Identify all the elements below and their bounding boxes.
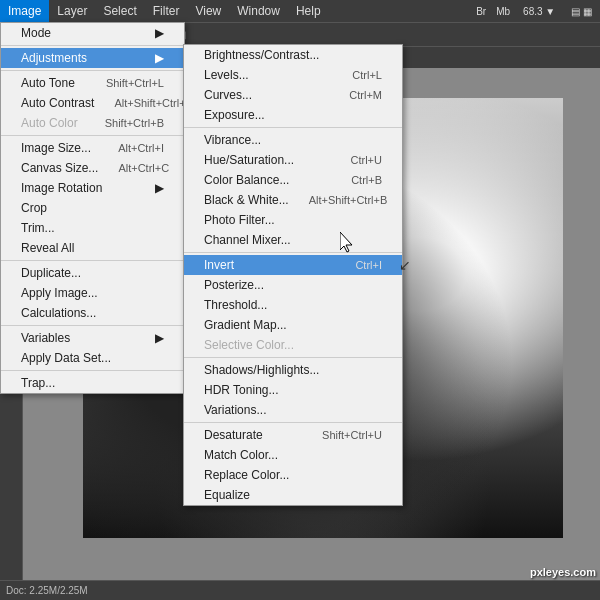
submenu-replace-color[interactable]: Replace Color... — [184, 465, 402, 485]
adj-sep2 — [184, 252, 402, 253]
menu-apply-data-set[interactable]: Apply Data Set... — [1, 348, 184, 368]
menu-item-select[interactable]: Select — [95, 0, 144, 22]
mode-arrow: ▶ — [155, 26, 164, 40]
sep4 — [1, 260, 184, 261]
menu-item-window[interactable]: Window — [229, 0, 288, 22]
menu-item-filter[interactable]: Filter — [145, 0, 188, 22]
submenu-vibrance[interactable]: Vibrance... — [184, 130, 402, 150]
submenu-channel-mixer[interactable]: Channel Mixer... — [184, 230, 402, 250]
submenu-gradient-map[interactable]: Gradient Map... — [184, 315, 402, 335]
menu-duplicate[interactable]: Duplicate... — [1, 263, 184, 283]
menu-auto-contrast[interactable]: Auto Contrast Alt+Shift+Ctrl+L — [1, 93, 184, 113]
image-dropdown-menu: Mode ▶ Adjustments ▶ Auto Tone Shift+Ctr… — [0, 22, 185, 394]
cursor-indicator: ↙ — [399, 257, 411, 273]
sep5 — [1, 325, 184, 326]
submenu-black-white[interactable]: Black & White... Alt+Shift+Ctrl+B — [184, 190, 402, 210]
sep2 — [1, 70, 184, 71]
menu-canvas-size[interactable]: Canvas Size... Alt+Ctrl+C — [1, 158, 184, 178]
sep6 — [1, 370, 184, 371]
menu-mode[interactable]: Mode ▶ — [1, 23, 184, 43]
submenu-threshold[interactable]: Threshold... — [184, 295, 402, 315]
zoom-value: 68.3 ▼ — [515, 0, 563, 22]
mini-bridge-btn[interactable]: Mb — [491, 0, 515, 22]
status-bar: Doc: 2.25M/2.25M — [0, 580, 600, 600]
adjustments-submenu: Brightness/Contrast... Levels... Ctrl+L … — [183, 44, 403, 506]
rotation-arrow: ▶ — [155, 181, 164, 195]
menu-reveal-all[interactable]: Reveal All — [1, 238, 184, 258]
sep3 — [1, 135, 184, 136]
submenu-levels[interactable]: Levels... Ctrl+L — [184, 65, 402, 85]
menu-variables[interactable]: Variables ▶ — [1, 328, 184, 348]
menu-adjustments[interactable]: Adjustments ▶ — [1, 48, 184, 68]
menu-crop[interactable]: Crop — [1, 198, 184, 218]
menu-item-help[interactable]: Help — [288, 0, 329, 22]
submenu-hdr-toning[interactable]: HDR Toning... — [184, 380, 402, 400]
submenu-curves[interactable]: Curves... Ctrl+M — [184, 85, 402, 105]
menu-item-layer[interactable]: Layer — [49, 0, 95, 22]
bridge-btn[interactable]: Br — [471, 0, 491, 22]
menu-auto-color: Auto Color Shift+Ctrl+B — [1, 113, 184, 133]
watermark: pxleyes.com — [530, 566, 596, 578]
menu-trap[interactable]: Trap... — [1, 373, 184, 393]
adjustments-arrow: ▶ — [155, 51, 164, 65]
menu-apply-image[interactable]: Apply Image... — [1, 283, 184, 303]
submenu-hue-saturation[interactable]: Hue/Saturation... Ctrl+U — [184, 150, 402, 170]
menu-calculations[interactable]: Calculations... — [1, 303, 184, 323]
submenu-equalize[interactable]: Equalize — [184, 485, 402, 505]
menu-image-rotation[interactable]: Image Rotation ▶ — [1, 178, 184, 198]
submenu-exposure[interactable]: Exposure... — [184, 105, 402, 125]
menu-auto-tone[interactable]: Auto Tone Shift+Ctrl+L — [1, 73, 184, 93]
variables-arrow: ▶ — [155, 331, 164, 345]
menu-item-image[interactable]: Image — [0, 0, 49, 22]
submenu-invert[interactable]: Invert Ctrl+I ↙ — [184, 255, 402, 275]
submenu-color-balance[interactable]: Color Balance... Ctrl+B — [184, 170, 402, 190]
submenu-match-color[interactable]: Match Color... — [184, 445, 402, 465]
menu-image-size[interactable]: Image Size... Alt+Ctrl+I — [1, 138, 184, 158]
menu-bar: Image Layer Select Filter View Window He… — [0, 0, 600, 22]
panel-icons: ▤ ▦ — [563, 0, 600, 22]
submenu-desaturate[interactable]: Desaturate Shift+Ctrl+U — [184, 425, 402, 445]
adj-sep4 — [184, 422, 402, 423]
submenu-selective-color: Selective Color... — [184, 335, 402, 355]
submenu-shadows-highlights[interactable]: Shadows/Highlights... — [184, 360, 402, 380]
status-text: Doc: 2.25M/2.25M — [6, 585, 88, 596]
sep1 — [1, 45, 184, 46]
adj-sep1 — [184, 127, 402, 128]
submenu-posterize[interactable]: Posterize... — [184, 275, 402, 295]
submenu-brightness-contrast[interactable]: Brightness/Contrast... — [184, 45, 402, 65]
menu-trim[interactable]: Trim... — [1, 218, 184, 238]
menu-item-view[interactable]: View — [187, 0, 229, 22]
submenu-photo-filter[interactable]: Photo Filter... — [184, 210, 402, 230]
adj-sep3 — [184, 357, 402, 358]
submenu-variations[interactable]: Variations... — [184, 400, 402, 420]
